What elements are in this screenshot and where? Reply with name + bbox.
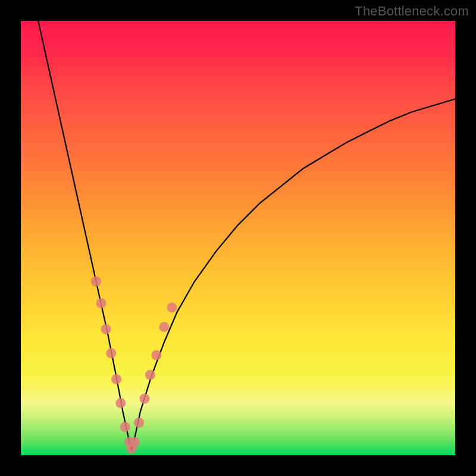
scatter-dot — [120, 422, 130, 432]
scatter-dot — [101, 324, 111, 334]
scatter-dot — [91, 277, 101, 287]
scatter-dot — [151, 350, 161, 361]
bottleneck-curve — [38, 21, 455, 451]
chart-frame: TheBottleneck.com — [0, 0, 476, 476]
scatter-dot — [159, 322, 169, 332]
scatter-dot — [140, 394, 150, 404]
watermark-text: TheBottleneck.com — [355, 4, 469, 19]
scatter-dot — [111, 374, 121, 384]
scatter-dot — [115, 398, 126, 408]
scatter-dots — [91, 277, 177, 454]
scatter-dot — [96, 298, 107, 308]
plot-area — [21, 21, 455, 455]
scatter-dot — [134, 418, 144, 428]
scatter-dot — [167, 302, 177, 312]
curve-layer — [21, 21, 455, 455]
scatter-dot — [145, 370, 155, 380]
scatter-dot — [130, 437, 140, 447]
scatter-dot — [106, 348, 116, 358]
